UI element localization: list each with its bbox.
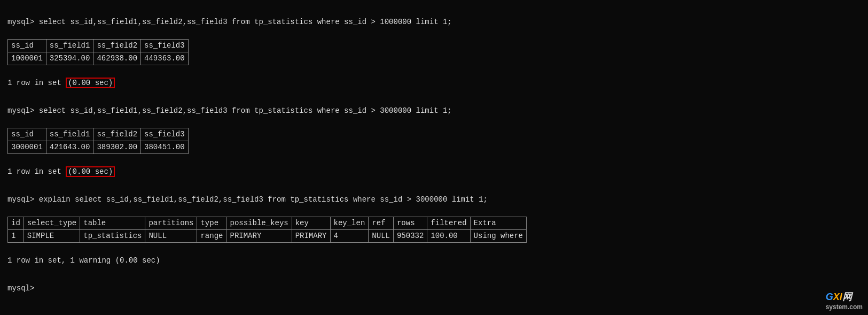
q3-r1c7: PRIMARY xyxy=(292,230,330,243)
query1-time: (0.00 sec) xyxy=(66,78,115,88)
q1-h4: ss_field3 xyxy=(141,40,189,52)
q3-r1c5: range xyxy=(197,230,226,243)
query2-table: ss_id ss_field1 ss_field2 ss_field3 3000… xyxy=(7,128,189,154)
q3-h11: filtered xyxy=(427,217,470,230)
q3-h10: rows xyxy=(393,217,427,230)
q2-r1c4: 380451.00 xyxy=(141,141,189,154)
q1-h1: ss_id xyxy=(8,40,46,52)
q2-h4: ss_field3 xyxy=(141,128,189,141)
query1-rowinfo: 1 row in set (0.00 sec) xyxy=(7,78,861,89)
query3-rowinfo: 1 row in set, 1 warning (0.00 sec) xyxy=(7,255,861,266)
q3-h3: table xyxy=(80,217,145,230)
q3-r1c2: SIMPLE xyxy=(24,230,80,243)
query2-prompt: mysql> select ss_id,ss_field1,ss_field2,… xyxy=(7,105,861,117)
q1-r1c1: 1000001 xyxy=(8,52,46,65)
query3-prompt: mysql> explain select ss_id,ss_field1,ss… xyxy=(7,194,861,205)
q3-h7: key xyxy=(292,217,330,230)
watermark-xi: XI xyxy=(833,291,842,302)
q3-h1: id xyxy=(8,217,24,230)
q2-r1c1: 3000001 xyxy=(8,141,46,154)
q3-h12: Extra xyxy=(470,217,526,230)
q3-r1c1: 1 xyxy=(8,230,24,243)
query1-prompt: mysql> select ss_id,ss_field1,ss_field2,… xyxy=(7,17,861,28)
q1-h2: ss_field1 xyxy=(46,40,93,52)
q3-h2: select_type xyxy=(24,217,80,230)
q3-r1c3: tp_statistics xyxy=(80,230,145,243)
terminal-window: mysql> select ss_id,ss_field1,ss_field2,… xyxy=(7,5,861,305)
q3-h8: key_len xyxy=(330,217,369,230)
q3-r1c4: NULL xyxy=(145,230,197,243)
q3-r1c11: 100.00 xyxy=(427,230,470,243)
q1-r1c4: 449363.00 xyxy=(141,52,189,65)
watermark-domain: system.com xyxy=(826,303,863,311)
watermark-suffix: 网 xyxy=(842,291,852,302)
query2-time: (0.00 sec) xyxy=(66,166,115,177)
q3-r1c12: Using where xyxy=(470,230,526,243)
watermark: GXI网 system.com xyxy=(826,290,863,311)
q1-h3: ss_field2 xyxy=(93,40,141,52)
q3-h5: type xyxy=(197,217,226,230)
q2-r1c3: 389302.00 xyxy=(93,141,141,154)
q2-h1: ss_id xyxy=(8,128,46,141)
query2-rowinfo: 1 row in set (0.00 sec) xyxy=(7,166,861,178)
q3-r1c8: 4 xyxy=(330,230,369,243)
q3-r1c9: NULL xyxy=(369,230,394,243)
q2-h2: ss_field1 xyxy=(46,128,93,141)
q3-h4: partitions xyxy=(145,217,197,230)
q3-h9: ref xyxy=(369,217,394,230)
q2-r1c2: 421643.00 xyxy=(46,141,93,154)
q3-h6: possible_keys xyxy=(226,217,292,230)
q3-r1c6: PRIMARY xyxy=(226,230,292,243)
query1-table: ss_id ss_field1 ss_field2 ss_field3 1000… xyxy=(7,39,189,65)
query3-table: id select_type table partitions type pos… xyxy=(7,217,527,243)
q1-r1c3: 462938.00 xyxy=(93,52,141,65)
final-prompt[interactable]: mysql> xyxy=(7,283,861,294)
q1-r1c2: 325394.00 xyxy=(46,52,93,65)
q3-r1c10: 950332 xyxy=(393,230,427,243)
watermark-g: G xyxy=(826,291,833,302)
q2-h3: ss_field2 xyxy=(93,128,141,141)
